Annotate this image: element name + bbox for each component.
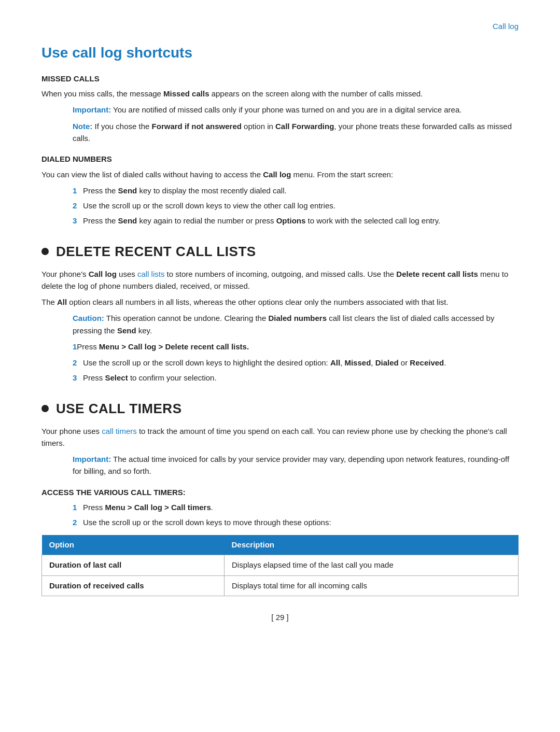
access-timers-heading: ACCESS THE VARIOUS CALL TIMERS: — [41, 487, 519, 499]
table-header-option: Option — [42, 535, 225, 555]
list-item: 3 Press the Send key again to redial the… — [73, 215, 519, 227]
list-item: 2 Use the scroll up or the scroll down k… — [73, 357, 519, 369]
chapter-title: Call log — [493, 22, 519, 31]
call-timers-table: Option Description Duration of last call… — [41, 535, 519, 597]
delete-calls-body1: Your phone's Call log uses call lists to… — [41, 268, 519, 292]
section1-title: Use call log shortcuts — [41, 42, 519, 64]
list-item: 3 Press Select to confirm your selection… — [73, 372, 519, 384]
missed-calls-note1: Important: You are notified of missed ca… — [73, 104, 519, 116]
call-timers-body1: Your phone uses call timers to track the… — [41, 425, 519, 449]
table-cell-description: Displays total time for all incoming cal… — [224, 575, 518, 596]
list-item: 2 Use the scroll up or the scroll down k… — [73, 516, 519, 528]
call-timers-important: Important: The actual time invoiced for … — [73, 453, 519, 477]
access-timers-steps: 1 Press Menu > Call log > Call timers. 2… — [73, 501, 519, 529]
missed-calls-note2: Note: If you chose the Forward if not an… — [73, 120, 519, 145]
table-cell-option: Duration of received calls — [42, 575, 225, 596]
page-header: Call log — [41, 21, 519, 33]
list-item: 1 Press Menu > Call log > Call timers. — [73, 501, 519, 513]
list-item: 1 Press the Send key to display the most… — [73, 185, 519, 196]
delete-calls-steps: 2 Use the scroll up or the scroll down k… — [73, 357, 519, 384]
table-cell-description: Displays elapsed time of the last call y… — [224, 555, 518, 576]
call-lists-link[interactable]: call lists — [137, 270, 165, 278]
section3-title: USE CALL TIMERS — [41, 399, 519, 419]
table-row: Duration of received calls Displays tota… — [42, 575, 519, 596]
dialed-numbers-heading: DIALED NUMBERS — [41, 153, 519, 165]
bullet-dot — [41, 248, 49, 255]
table-row: Duration of last call Displays elapsed t… — [42, 555, 519, 576]
bullet-dot-2 — [41, 405, 49, 412]
missed-calls-body: When you miss calls, the message Missed … — [41, 88, 519, 100]
table-header-description: Description — [224, 535, 518, 555]
list-item: 2 Use the scroll up or the scroll down k… — [73, 200, 519, 212]
table-cell-option: Duration of last call — [42, 555, 225, 576]
section2-title: DELETE RECENT CALL LISTS — [41, 242, 519, 262]
missed-calls-heading: MISSED CALLS — [41, 73, 519, 85]
delete-calls-body2: The All option clears all numbers in all… — [41, 296, 519, 308]
dialed-numbers-body: You can view the list of dialed calls wi… — [41, 168, 519, 180]
delete-calls-step1: 1Press Menu > Call log > Delete recent c… — [73, 341, 519, 353]
call-timers-link[interactable]: call timers — [102, 427, 137, 435]
page-number: [ 29 ] — [41, 612, 519, 624]
delete-calls-caution: Caution: This operation cannot be undone… — [73, 312, 519, 336]
dialed-numbers-steps: 1 Press the Send key to display the most… — [73, 185, 519, 227]
